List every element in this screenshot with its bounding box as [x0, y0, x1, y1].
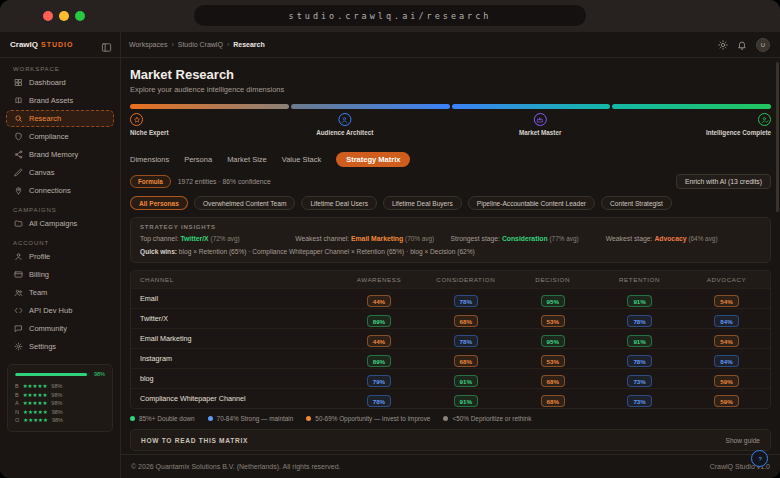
matrix-row-email: Email44%78%95%91%54%: [131, 288, 770, 308]
column-header-advocacy: ADVOCACY: [683, 276, 770, 283]
sidebar-item-api-dev-hub[interactable]: API Dev Hub: [6, 302, 114, 319]
sidebar-item-compliance[interactable]: Compliance: [6, 128, 114, 145]
insight-strongest-stage: Strongest stage: Consideration (77% avg): [451, 235, 606, 242]
sidebar-collapse-icon[interactable]: [101, 39, 112, 50]
column-header-decision: DECISION: [509, 276, 596, 283]
score-row-value: 98%: [51, 399, 62, 408]
sidebar-item-label: Brand Memory: [29, 150, 78, 159]
sidebar-item-community[interactable]: Community: [6, 320, 114, 337]
formula-mode-badge[interactable]: Formula: [130, 175, 171, 188]
matrix-cell: 44%: [335, 330, 422, 348]
search-icon: [14, 114, 23, 123]
strategy-insights-panel: STRATEGY INSIGHTS Top channel: Twitter/X…: [130, 217, 771, 263]
sidebar-item-profile[interactable]: Profile: [6, 248, 114, 265]
sidebar-item-canvas[interactable]: Canvas: [6, 164, 114, 181]
score-badge: 68%: [454, 315, 478, 327]
sidebar-item-all-campaigns[interactable]: All Campaigns: [6, 215, 114, 232]
entities-confidence-text: 1972 entities · 86% confidence: [178, 178, 271, 185]
matrix-cell: 79%: [335, 370, 422, 388]
theme-toggle-icon[interactable]: [718, 40, 728, 50]
breadcrumb-studio-crawlq[interactable]: Studio CrawlQ: [178, 41, 223, 48]
sidebar-item-label: Brand Assets: [29, 96, 73, 105]
avatar[interactable]: U: [756, 38, 770, 52]
score-badge: 44%: [367, 335, 391, 347]
scrollbar-thumb[interactable]: [776, 62, 779, 212]
score-badge: 89%: [367, 315, 391, 327]
tab-market-size[interactable]: Market Size: [227, 152, 267, 167]
matrix-row-instagram: Instagram89%68%53%78%84%: [131, 348, 770, 368]
persona-chip-all-personas[interactable]: All Personas: [130, 196, 188, 210]
score-badge: 91%: [627, 295, 651, 307]
journey-bar-segment: [130, 104, 289, 109]
score-row-stars: ★★★★★: [23, 391, 48, 400]
milestone-intelligence-complete: Intelligence Complete: [706, 113, 771, 136]
persona-chip-overwhelmed-content-team[interactable]: Overwhelmed Content Team: [194, 196, 295, 210]
sidebar-item-label: Connections: [29, 186, 71, 195]
column-header-retention: RETENTION: [596, 276, 683, 283]
share-icon: [14, 150, 23, 159]
insight-value: Twitter/X: [180, 235, 208, 242]
sidebar-item-brand-memory[interactable]: Brand Memory: [6, 146, 114, 163]
breadcrumb-research[interactable]: Research: [233, 41, 265, 48]
tab-value-stack[interactable]: Value Stack: [282, 152, 321, 167]
persona-chip-content-strategist[interactable]: Content Strategist: [601, 196, 672, 210]
tab-persona[interactable]: Persona: [184, 152, 212, 167]
insight-average: (77% avg): [549, 235, 578, 242]
matrix-meta-row: Formula 1972 entities · 86% confidence E…: [130, 174, 771, 189]
how-to-read-panel[interactable]: HOW TO READ THIS MATRIX Show guide: [130, 429, 771, 451]
insight-value: Email Marketing: [351, 235, 403, 242]
insight-top-channel: Top channel: Twitter/X (72% avg): [140, 235, 295, 242]
chat-icon: [14, 324, 23, 333]
breadcrumb-workspaces[interactable]: Workspaces: [129, 41, 167, 48]
minimize-window-button[interactable]: [59, 11, 69, 21]
score-row-letter: B: [15, 382, 19, 391]
legend-dot: [306, 416, 311, 421]
sidebar-item-settings[interactable]: Settings: [6, 338, 114, 355]
journey-milestones: Niche ExpertAudience ArchitectMarket Mas…: [130, 113, 771, 146]
show-guide-link[interactable]: Show guide: [726, 437, 760, 444]
score-badge: 59%: [714, 395, 738, 407]
persona-chip-lifetime-deal-buyers[interactable]: Lifetime Deal Buyers: [383, 196, 462, 210]
address-bar[interactable]: studio.crawlq.ai/research: [194, 5, 586, 26]
close-window-button[interactable]: [43, 11, 53, 21]
insight-label: Weakest stage:: [606, 235, 653, 242]
help-button[interactable]: ?: [751, 450, 768, 467]
notifications-bell-icon[interactable]: [737, 40, 747, 50]
tab-strategy-matrix[interactable]: Strategy Matrix: [336, 152, 410, 167]
persona-chip-lifetime-deal-users[interactable]: Lifetime Deal Users: [301, 196, 377, 210]
code-icon: [14, 306, 23, 315]
score-badge: 68%: [454, 355, 478, 367]
persona-chip-pipeline-accountable-content-leader[interactable]: Pipeline-Accountable Content Leader: [468, 196, 595, 210]
insight-average: (64% avg): [688, 235, 717, 242]
score-badge: 54%: [714, 295, 738, 307]
sidebar-nav: WORKSPACEDashboardBrand AssetsResearchCo…: [0, 58, 120, 356]
matrix-cell: 44%: [335, 290, 422, 308]
sidebar-item-billing[interactable]: Billing: [6, 266, 114, 283]
sidebar-item-dashboard[interactable]: Dashboard: [6, 74, 114, 91]
enrich-with-ai-button[interactable]: Enrich with AI (13 credits): [676, 174, 771, 189]
sidebar-section-campaigns: CAMPAIGNS: [13, 207, 107, 213]
sidebar-item-brand-assets[interactable]: Brand Assets: [6, 92, 114, 109]
sidebar-item-connections[interactable]: Connections: [6, 182, 114, 199]
milestone-market-master: Market Master: [519, 113, 561, 136]
book-icon: [14, 96, 23, 105]
score-legend: 85%+ Double down70-84% Strong — maintain…: [130, 415, 771, 422]
column-header-awareness: AWARENESS: [335, 276, 422, 283]
maximize-window-button[interactable]: [75, 11, 85, 21]
legend-item: 70-84% Strong — maintain: [208, 415, 294, 422]
milestone-label: Audience Architect: [316, 129, 373, 136]
matrix-cell: 91%: [422, 390, 509, 408]
top-actions: U: [718, 38, 770, 52]
score-progress-track: [15, 373, 90, 376]
folder-icon: [14, 219, 23, 228]
score-badge: 91%: [627, 335, 651, 347]
tab-dimensions[interactable]: Dimensions: [130, 152, 169, 167]
page-subtitle: Explore your audience intelligence dimen…: [130, 85, 771, 94]
sidebar-item-team[interactable]: Team: [6, 284, 114, 301]
shield-icon: [14, 132, 23, 141]
score-row-stars: ★★★★★: [23, 408, 48, 417]
matrix-cell: 78%: [422, 330, 509, 348]
score-badge: 84%: [714, 315, 738, 327]
sidebar-item-research[interactable]: Research: [6, 110, 114, 127]
breadcrumb-separator: ›: [171, 41, 173, 48]
